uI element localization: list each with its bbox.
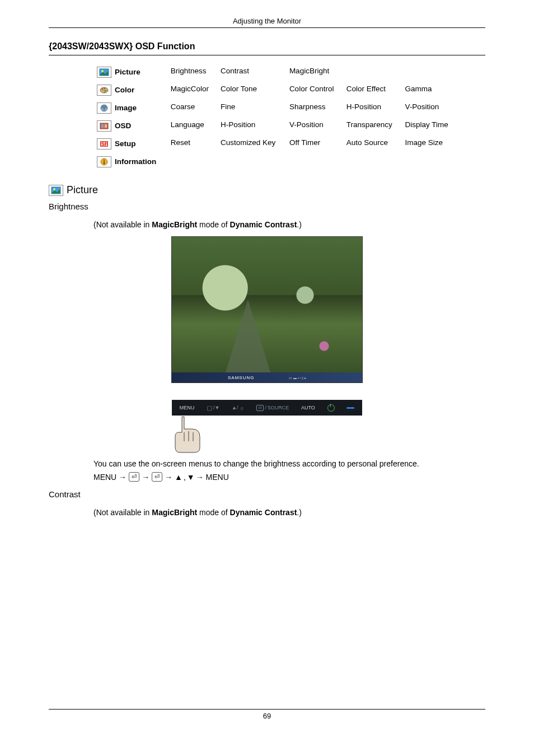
menu-cell: Off Timer <box>286 135 343 153</box>
menu-cell: Display Time <box>402 117 457 135</box>
contrast-heading: Contrast <box>49 489 485 499</box>
heading-rule <box>49 55 485 55</box>
auto-button[interactable]: AUTO <box>301 405 315 410</box>
photo-indicators: ▭ ▬ ▪ ▫ ▯ ▸ <box>289 376 306 380</box>
menu-label: Information <box>115 157 156 166</box>
menu-cell: Reset <box>167 135 217 153</box>
sample-photo: SAMSUNG ▭ ▬ ▪ ▫ ▯ ▸ <box>171 236 363 383</box>
menu-label: OSD <box>115 122 131 130</box>
table-row: OSD Language H-Position V-Position Trans… <box>93 117 457 135</box>
image-icon <box>97 102 111 114</box>
monitor-button-bar: MENU ▢/▼ ▲/☼ ⏎/SOURCE AUTO <box>172 400 362 416</box>
menu-cell: Color Control <box>286 81 343 99</box>
menu-label: Image <box>115 104 137 112</box>
menu-cell: Coarse <box>167 99 217 117</box>
brightness-heading: Brightness <box>49 202 485 211</box>
menu-cell: Language <box>167 117 217 135</box>
menu-cell: H-Position <box>217 117 286 135</box>
menu-label: Setup <box>115 139 136 148</box>
page-header: Adjusting the Monitor <box>49 17 485 25</box>
indicator-led <box>346 407 354 409</box>
menu-cell <box>343 63 402 81</box>
menu-cell: Gamma <box>402 81 457 99</box>
picture-icon <box>49 185 63 196</box>
brightness-up-button[interactable]: ▲/☼ <box>232 405 245 411</box>
menu-cell: Fine <box>217 99 286 117</box>
svg-rect-18 <box>106 144 107 146</box>
svg-point-3 <box>102 88 104 90</box>
contrast-note: (Not available in MagicBright mode of Dy… <box>93 507 457 519</box>
menu-cell: H-Position <box>343 99 402 117</box>
svg-rect-8 <box>101 124 104 128</box>
power-icon <box>327 404 335 412</box>
menu-cell: Color Tone <box>217 81 286 99</box>
table-row: Picture Brightness Contrast MagicBright <box>93 63 457 81</box>
brightness-description: You can use the on-screen menus to chang… <box>93 458 457 470</box>
photo-bottom-bar: SAMSUNG ▭ ▬ ▪ ▫ ▯ ▸ <box>172 372 362 382</box>
osd-menu-table: Picture Brightness Contrast MagicBright … <box>93 63 457 171</box>
menu-cell: Auto Source <box>343 135 402 153</box>
enter-icon: ⏎ <box>152 472 162 482</box>
menu-cell: Customized Key <box>217 135 286 153</box>
svg-rect-17 <box>104 142 105 143</box>
osd-icon <box>97 120 111 132</box>
table-row: Setup Reset Customized Key Off Timer Aut… <box>93 135 457 153</box>
menu-cell: Contrast <box>217 63 286 81</box>
enter-icon: ⏎ <box>129 472 139 482</box>
svg-rect-21 <box>104 161 105 164</box>
footer-rule <box>49 709 485 710</box>
table-row: Color MagicColor Color Tone Color Contro… <box>93 81 457 99</box>
photo-brand: SAMSUNG <box>228 375 254 380</box>
picture-icon <box>97 67 111 78</box>
main-heading: {2043SW/2043SWX} OSD Function <box>49 41 485 52</box>
page-number: 69 <box>49 712 485 720</box>
header-rule <box>49 27 485 28</box>
brightness-down-button[interactable]: ▢/▼ <box>207 404 219 412</box>
svg-rect-16 <box>101 144 102 145</box>
table-row: Image Coarse Fine Sharpness H-Position V… <box>93 99 457 117</box>
svg-point-23 <box>53 188 55 190</box>
brightness-note: (Not available in MagicBright mode of Dy… <box>93 219 457 231</box>
table-row: Information <box>93 153 457 171</box>
menu-cell: Image Size <box>402 135 457 153</box>
menu-cell: Sharpness <box>286 99 343 117</box>
brightness-menu-path: MENU → ⏎ → ⏎ → ▲ , ▼ → MENU <box>93 472 485 482</box>
menu-label: Color <box>115 86 134 94</box>
menu-cell <box>402 63 457 81</box>
menu-button[interactable]: MENU <box>180 405 195 410</box>
power-button[interactable] <box>327 404 335 412</box>
menu-cell: V-Position <box>286 117 343 135</box>
svg-point-4 <box>104 88 106 90</box>
setup-icon <box>97 138 111 150</box>
picture-section-heading: Picture <box>49 184 485 196</box>
hand-pointer-illustration <box>167 416 223 455</box>
source-button[interactable]: ⏎/SOURCE <box>256 405 289 411</box>
svg-point-1 <box>101 70 104 72</box>
menu-cell: V-Position <box>402 99 457 117</box>
menu-cell: Transparency <box>343 117 402 135</box>
menu-cell: MagicBright <box>286 63 343 81</box>
svg-rect-20 <box>104 160 105 161</box>
color-icon <box>97 85 111 96</box>
picture-heading-label: Picture <box>67 184 98 196</box>
menu-cell: Color Effect <box>343 81 402 99</box>
information-icon <box>97 156 111 167</box>
menu-label: Picture <box>115 68 140 76</box>
menu-cell: MagicColor <box>167 81 217 99</box>
menu-cell: Brightness <box>167 63 217 81</box>
